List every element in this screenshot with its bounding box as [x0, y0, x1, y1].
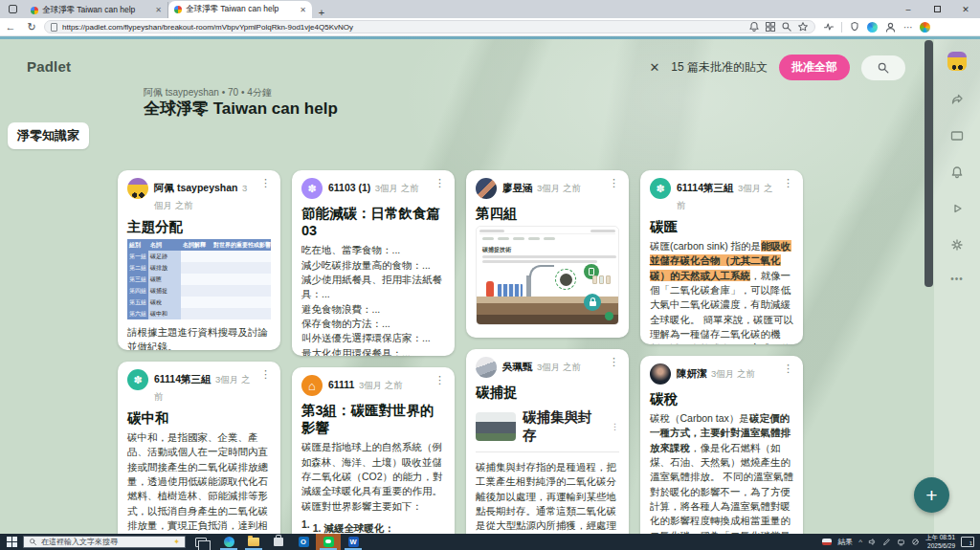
- apps-grid-icon[interactable]: [765, 21, 776, 33]
- taskbar-line[interactable]: [316, 534, 341, 550]
- board-grid: 阿佩 tsaypeyshan 3個月 之前 ⋮ 主題分配 組別 名詞 名詞解釋 …: [118, 170, 803, 534]
- notifications-bell-icon[interactable]: [949, 165, 965, 180]
- more-options-icon[interactable]: •••: [950, 274, 964, 284]
- taskbar-store[interactable]: [266, 534, 291, 550]
- clock-date: 2025/6/29: [925, 542, 955, 550]
- notification-center-button[interactable]: 1: [961, 537, 974, 547]
- table-row: 第三組碳匯: [127, 274, 271, 285]
- table-header: 名詞解釋: [181, 239, 212, 251]
- favorite-star-icon[interactable]: [797, 21, 809, 33]
- taskbar-explorer[interactable]: [241, 534, 266, 550]
- post-menu-icon[interactable]: ⋮: [434, 375, 445, 385]
- alerts-icon[interactable]: [748, 21, 760, 33]
- hidden-icons-chevron[interactable]: ^: [858, 538, 862, 546]
- post-card-diet[interactable]: ✽ 61103 (1) 3個月 之前 ⋮ 節能減碳：日常飲食篇03 吃在地、當季…: [292, 170, 455, 356]
- taskbar-search[interactable]: 在這裡輸入文字來搜尋 ✦: [23, 536, 186, 548]
- toolbar-right-icons: ⋯: [823, 21, 930, 33]
- board-search-button[interactable]: [861, 55, 905, 80]
- post-title: 第四組: [476, 205, 619, 222]
- pen-icon[interactable]: [882, 538, 891, 546]
- close-button[interactable]: ✕: [951, 0, 980, 18]
- table-row: 第二組碳排放: [127, 262, 271, 274]
- list-item: 避免食物浪費：...: [301, 302, 445, 317]
- post-card-carbon-tax[interactable]: 陳妍潔 3個月 之前 ⋮ 碳稅 碳稅（Carbon tax）是碳定價的一種方式，…: [640, 356, 803, 534]
- post-body: 碳中和，是指國家、企業、產品、活動或個人在一定時間內直接或間接產生的二氧化碳排放…: [127, 430, 271, 534]
- battery-status-icon[interactable]: [911, 538, 920, 546]
- new-tab-button[interactable]: +: [312, 7, 331, 18]
- post-card-sink-impact[interactable]: ⌂ 61111 3個月 之前 ⋮ 第3組：碳匯對世界的影響 碳匯是指地球上的自然…: [292, 367, 455, 534]
- news-widget-label[interactable]: 結果: [837, 537, 853, 547]
- refresh-button[interactable]: ↻: [21, 21, 42, 33]
- copilot-icon[interactable]: [920, 22, 930, 33]
- section-label[interactable]: 淨零知識家: [8, 122, 89, 149]
- taskbar-edge[interactable]: [216, 534, 241, 550]
- post-menu-icon[interactable]: ⋮: [609, 357, 619, 367]
- browser-essentials-icon[interactable]: [823, 21, 835, 33]
- post-card-topic-assignment[interactable]: 阿佩 tsaypeyshan 3個月 之前 ⋮ 主題分配 組別 名詞 名詞解釋 …: [118, 170, 280, 350]
- browser-tab-1[interactable]: 全球淨零 Taiwan can help ✕: [25, 2, 168, 18]
- browser-tab-strip: 全球淨零 Taiwan can help ✕ 全球淨零 Taiwan can h…: [0, 0, 980, 18]
- padlet-logo[interactable]: Padlet: [27, 58, 71, 75]
- illustration-pipe: [529, 265, 554, 277]
- back-button[interactable]: ←: [0, 21, 21, 33]
- maximize-button[interactable]: [923, 0, 951, 18]
- browser-tab-2[interactable]: 全球淨零 Taiwan can help ✕: [168, 1, 312, 18]
- settings-gear-icon[interactable]: [949, 237, 965, 253]
- play-icon[interactable]: [949, 201, 965, 216]
- table-row: 第一組碳足跡: [127, 251, 271, 262]
- taskbar-clock[interactable]: 上午 08:51 2025/6/29: [925, 534, 955, 549]
- add-post-fab[interactable]: +: [914, 477, 949, 513]
- start-button[interactable]: [0, 537, 23, 547]
- user-avatar[interactable]: [947, 52, 967, 71]
- illustration-co2-circle: [555, 269, 576, 290]
- scrollbar-thumb[interactable]: [924, 40, 933, 287]
- profile-avatar-icon[interactable]: [884, 21, 897, 33]
- post-menu-icon[interactable]: ⋮: [609, 178, 619, 188]
- post-card-carbon-neutral[interactable]: ✽ 61114第三組 3個月 之前 ⋮ 碳中和 碳中和，是指國家、企業、產品、活…: [118, 362, 280, 534]
- post-card-capture[interactable]: 吳珮甄 3個月 之前 ⋮ 碳捕捉 碳捕集與封存 ⋮ 碳捕集與封存指的是種過程，把…: [466, 349, 629, 534]
- tab-manager-icon[interactable]: [0, 0, 25, 18]
- page-info-icon[interactable]: [51, 23, 57, 32]
- post-card-carbon-sink[interactable]: ✽ 61114第三組 3個月 之前 ⋮ 碳匯 碳匯(carbon sink) 指…: [640, 170, 803, 344]
- link-menu-icon[interactable]: ⋮: [611, 422, 619, 431]
- task-view-button[interactable]: [195, 538, 207, 547]
- folder-icon: [248, 538, 259, 546]
- taskbar-outlook[interactable]: O: [291, 534, 316, 550]
- board-right-toolbar: •••: [934, 39, 980, 534]
- link-preview[interactable]: 碳捕集與封存 ⋮: [476, 408, 619, 445]
- url-bar[interactable]: https://padlet.com/flypeyshan/breakout-r…: [44, 20, 815, 33]
- line-app-icon: [323, 537, 334, 547]
- ordered-list-item: 1. 1. 減緩全球暖化： 碳匯可以吸收大氣中的二氧化碳，降低其濃度，減緩全球暖…: [301, 518, 445, 534]
- post-body: 碳稅（Carbon tax）是碳定價的一種方式，主要針對溫室氣體排放來課稅，像是…: [650, 411, 793, 534]
- post-card-group4[interactable]: 廖昱涵 3個月 之前 ⋮ 第四組 碳捕捉技術: [466, 170, 629, 338]
- tab-title: 全球淨零 Taiwan can help: [186, 4, 296, 15]
- moderation-close-icon[interactable]: ✕: [649, 60, 659, 75]
- post-menu-icon[interactable]: ⋮: [260, 369, 271, 380]
- browser-menu-icon[interactable]: ⋯: [903, 22, 913, 33]
- volume-icon[interactable]: [868, 538, 877, 546]
- zoom-icon[interactable]: [781, 21, 792, 33]
- post-attachment-image[interactable]: 碳捕捉技術: [476, 226, 619, 325]
- post-menu-icon[interactable]: ⋮: [434, 178, 445, 188]
- taskbar-apps: O W: [216, 534, 366, 550]
- approve-all-button[interactable]: 批准全部: [779, 55, 850, 80]
- list-item: 減少吃碳排放量高的食物：...: [301, 258, 445, 273]
- post-menu-icon[interactable]: ⋮: [783, 178, 793, 188]
- share-icon[interactable]: [949, 92, 965, 107]
- post-body: 碳匯(carbon sink) 指的是能吸收並儲存碳化合物（尤其二氧化碳）的天然…: [650, 239, 793, 344]
- moderation-bar: ✕ 15 篇未批准的貼文 批准全部: [649, 55, 905, 80]
- post-menu-icon[interactable]: ⋮: [260, 178, 271, 188]
- minimize-button[interactable]: –: [894, 0, 923, 18]
- tab-close-icon[interactable]: ✕: [155, 6, 162, 14]
- toolbar-divider: [841, 22, 842, 33]
- edge-split-icon[interactable]: [867, 22, 878, 33]
- favorites-bar-icon[interactable]: [849, 21, 860, 33]
- news-widget-icon[interactable]: [822, 539, 832, 545]
- link-title: 碳捕集與封存: [523, 408, 604, 445]
- post-menu-icon[interactable]: ⋮: [783, 363, 793, 374]
- network-icon[interactable]: [897, 538, 905, 546]
- tab-close-icon[interactable]: ✕: [300, 6, 306, 14]
- taskbar-word[interactable]: W: [341, 534, 366, 550]
- post-title: 碳稅: [650, 390, 793, 407]
- slideshow-icon[interactable]: [949, 128, 965, 143]
